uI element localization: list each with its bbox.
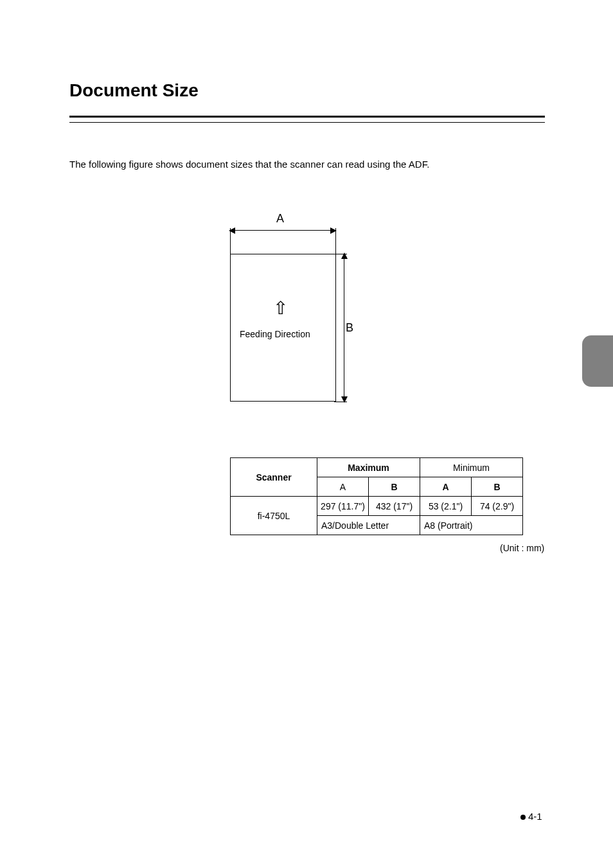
cell-min-name: A8 (Portrait) xyxy=(420,516,523,535)
dimension-b-label: B xyxy=(346,321,353,335)
cell-max-name: A3/Double Letter xyxy=(317,516,420,535)
page-number: 4-1 xyxy=(528,811,542,822)
cell-scanner: fi-4750L xyxy=(231,497,317,535)
dimension-a-line xyxy=(230,230,335,231)
unit-label: (Unit : mm) xyxy=(500,543,544,553)
intro-text: The following figure shows document size… xyxy=(69,159,429,170)
header-max-a: A xyxy=(317,477,369,497)
title-rule-thin xyxy=(69,122,545,123)
page-side-tab xyxy=(582,335,613,387)
document-size-figure: A ⇧ Feeding Direction B xyxy=(218,212,347,411)
document-rectangle: ⇧ Feeding Direction xyxy=(230,254,336,402)
feeding-direction-label: Feeding Direction xyxy=(240,329,310,339)
dimension-a-label: A xyxy=(276,212,284,226)
header-minimum: Minimum xyxy=(420,458,523,477)
cell-min-a: 53 (2.1") xyxy=(420,497,472,516)
page-title: Document Size xyxy=(69,80,199,101)
dimension-b-line xyxy=(344,254,344,402)
dimension-b-tick-bottom xyxy=(334,402,347,402)
header-min-b: B xyxy=(472,477,523,497)
dimension-b-tick-top xyxy=(334,254,347,254)
feed-arrow-icon: ⇧ xyxy=(273,299,288,317)
header-max-b: B xyxy=(369,477,420,497)
cell-min-b: 74 (2.9") xyxy=(472,497,523,516)
cell-max-a: 297 (11.7") xyxy=(317,497,369,516)
dimension-a-tick-left xyxy=(230,228,231,254)
header-scanner: Scanner xyxy=(231,458,317,497)
cell-max-b: 432 (17") xyxy=(369,497,420,516)
header-min-a: A xyxy=(420,477,472,497)
header-maximum: Maximum xyxy=(317,458,420,477)
title-rule-thick xyxy=(69,116,545,118)
size-table: Scanner Maximum Minimum A B A B fi-4750L… xyxy=(230,457,523,535)
footer-bullet-icon xyxy=(520,815,526,820)
dimension-a-tick-right xyxy=(335,228,336,254)
